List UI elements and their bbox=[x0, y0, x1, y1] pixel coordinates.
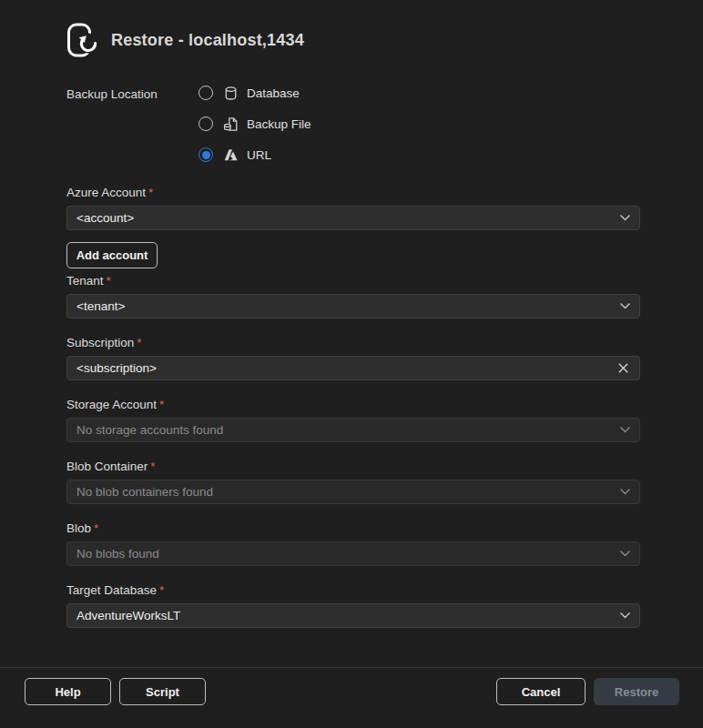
tenant-value: <tenant> bbox=[76, 299, 612, 313]
blob-field-group: Blob* No blobs found bbox=[66, 521, 640, 566]
clear-icon[interactable] bbox=[616, 360, 631, 376]
radio-label: URL bbox=[247, 148, 271, 162]
subscription-input-wrap bbox=[66, 356, 640, 380]
azure-account-value: <account> bbox=[76, 211, 612, 225]
tenant-field-group: Tenant* <tenant> bbox=[66, 274, 640, 318]
radio-label: Database bbox=[247, 86, 300, 100]
chevron-down-icon bbox=[619, 426, 631, 434]
footer-left-actions: Help Script bbox=[25, 678, 206, 705]
blob-container-field-group: Blob Container* No blob containers found bbox=[66, 460, 640, 504]
database-icon bbox=[222, 85, 239, 101]
cancel-button[interactable]: Cancel bbox=[496, 678, 586, 705]
azure-account-label: Azure Account* bbox=[66, 186, 640, 199]
chevron-down-icon bbox=[619, 612, 631, 620]
radio-button[interactable] bbox=[199, 147, 213, 162]
blob-dropdown[interactable]: No blobs found bbox=[66, 541, 640, 566]
backup-location-label: Backup Location bbox=[66, 84, 199, 164]
required-asterisk: * bbox=[94, 521, 98, 535]
storage-account-field-group: Storage Account* No storage accounts fou… bbox=[66, 398, 640, 442]
required-asterisk: * bbox=[107, 274, 111, 288]
radio-label: Backup File bbox=[247, 117, 311, 131]
dialog-footer: Help Script Cancel Restore bbox=[0, 667, 703, 728]
required-asterisk: * bbox=[159, 398, 164, 411]
chevron-down-icon bbox=[619, 302, 631, 310]
storage-account-label: Storage Account* bbox=[66, 398, 640, 411]
backup-location-radio-group: Database Backup File bbox=[199, 84, 311, 164]
radio-option-backup-file[interactable]: Backup File bbox=[199, 115, 311, 133]
blob-label: Blob* bbox=[66, 521, 640, 535]
backup-location-row: Backup Location Database bbox=[66, 84, 640, 164]
radio-option-database[interactable]: Database bbox=[199, 84, 311, 102]
blob-container-dropdown[interactable]: No blob containers found bbox=[66, 480, 640, 504]
tenant-label: Tenant* bbox=[66, 274, 640, 288]
help-button[interactable]: Help bbox=[25, 678, 111, 705]
azure-icon bbox=[222, 147, 239, 163]
target-database-field-group: Target Database* AdventureWorksLT bbox=[66, 583, 640, 628]
blob-value: No blobs found bbox=[76, 547, 612, 561]
subscription-label: Subscription* bbox=[66, 336, 640, 349]
blob-container-label: Blob Container* bbox=[66, 460, 640, 473]
restore-icon bbox=[66, 22, 97, 58]
storage-account-dropdown[interactable]: No storage accounts found bbox=[66, 418, 640, 442]
backup-file-icon bbox=[222, 116, 239, 132]
footer-right-actions: Cancel Restore bbox=[496, 678, 679, 705]
restore-dialog: Restore - localhost,1434 Backup Location… bbox=[0, 0, 703, 628]
required-asterisk: * bbox=[159, 583, 164, 597]
blob-container-value: No blob containers found bbox=[76, 485, 612, 499]
chevron-down-icon bbox=[619, 214, 631, 222]
script-button[interactable]: Script bbox=[119, 678, 206, 705]
required-asterisk: * bbox=[150, 460, 155, 473]
azure-account-field-group: Azure Account* <account> Add account bbox=[66, 186, 640, 274]
dialog-header: Restore - localhost,1434 bbox=[66, 22, 640, 58]
subscription-field-group: Subscription* bbox=[66, 336, 640, 380]
required-asterisk: * bbox=[137, 336, 141, 349]
target-database-value: AdventureWorksLT bbox=[76, 609, 612, 622]
chevron-down-icon bbox=[619, 550, 631, 558]
restore-button[interactable]: Restore bbox=[594, 678, 679, 705]
target-database-label: Target Database* bbox=[66, 583, 640, 597]
azure-account-dropdown[interactable]: <account> bbox=[66, 206, 640, 230]
subscription-input[interactable] bbox=[76, 361, 616, 375]
radio-button[interactable] bbox=[199, 116, 213, 131]
radio-option-url[interactable]: URL bbox=[199, 146, 311, 164]
add-account-button[interactable]: Add account bbox=[66, 242, 158, 268]
target-database-dropdown[interactable]: AdventureWorksLT bbox=[66, 603, 640, 628]
radio-button[interactable] bbox=[199, 86, 213, 100]
chevron-down-icon bbox=[619, 488, 631, 496]
tenant-dropdown[interactable]: <tenant> bbox=[66, 294, 640, 318]
required-asterisk: * bbox=[148, 186, 153, 199]
storage-account-value: No storage accounts found bbox=[76, 423, 612, 437]
page-title: Restore - localhost,1434 bbox=[111, 31, 304, 50]
